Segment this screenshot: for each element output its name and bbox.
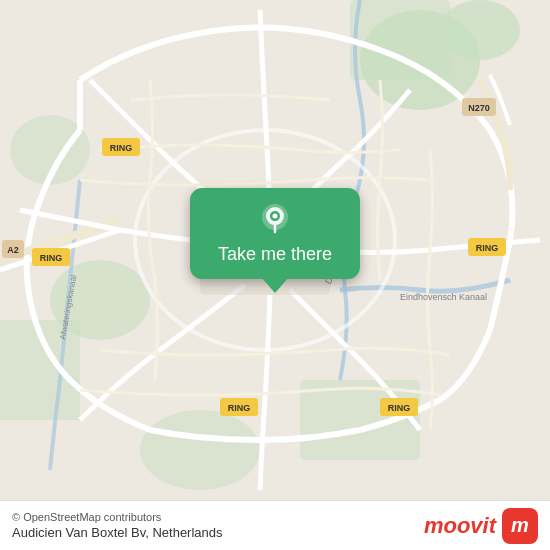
moovit-icon: m bbox=[502, 508, 538, 544]
svg-rect-7 bbox=[300, 380, 420, 460]
take-me-there-button[interactable]: Take me there bbox=[218, 244, 332, 265]
svg-point-31 bbox=[273, 214, 278, 219]
svg-text:A2: A2 bbox=[7, 245, 19, 255]
svg-text:RING: RING bbox=[476, 243, 499, 253]
svg-text:RING: RING bbox=[40, 253, 63, 263]
popup-bubble[interactable]: Take me there bbox=[190, 188, 360, 279]
location-pin-icon bbox=[257, 202, 293, 238]
svg-point-8 bbox=[140, 410, 260, 490]
place-name: Audicien Van Boxtel Bv, Netherlands bbox=[12, 525, 223, 540]
map-container: RING RING RING RING RING A2 N270 Dommel … bbox=[0, 0, 550, 500]
svg-text:Eindhovensch Kanaal: Eindhovensch Kanaal bbox=[400, 292, 487, 302]
svg-rect-3 bbox=[350, 0, 450, 80]
svg-text:RING: RING bbox=[228, 403, 251, 413]
bottom-bar: © OpenStreetMap contributors Audicien Va… bbox=[0, 500, 550, 550]
moovit-wordmark: moovit bbox=[424, 513, 496, 539]
copyright-text: © OpenStreetMap contributors bbox=[12, 511, 223, 523]
moovit-m-letter: m bbox=[511, 514, 529, 537]
svg-point-2 bbox=[440, 0, 520, 60]
location-popup[interactable]: Take me there bbox=[190, 188, 360, 279]
svg-text:RING: RING bbox=[110, 143, 133, 153]
moovit-logo: moovit m bbox=[424, 508, 538, 544]
svg-text:RING: RING bbox=[388, 403, 411, 413]
svg-text:N270: N270 bbox=[468, 103, 490, 113]
